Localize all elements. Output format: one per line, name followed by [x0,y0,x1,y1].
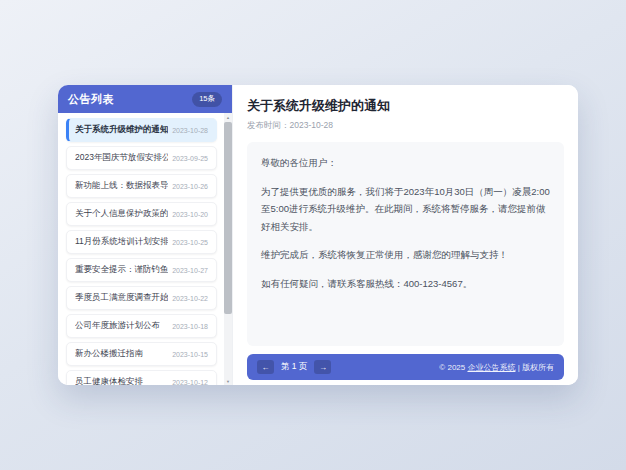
announcement-detail-panel: 关于系统升级维护的通知 发布时间：2023-10-28 尊敬的各位用户： 为了提… [233,85,578,385]
announcement-item-date: 2023-10-28 [172,127,208,134]
announcement-item-date: 2023-10-20 [172,211,208,218]
announcement-item-date: 2023-10-25 [172,239,208,246]
announcement-list-item[interactable]: 新功能上线：数据报表导出 2023-10-26 [66,174,217,198]
announcement-list-item[interactable]: 重要安全提示：谨防钓鱼邮件 2023-10-27 [66,258,217,282]
announcement-item-title: 新功能上线：数据报表导出 [75,180,168,192]
announcement-item-title: 重要安全提示：谨防钓鱼邮件 [75,264,168,276]
announcement-list-item[interactable]: 11月份系统培训计划安排 2023-10-25 [66,230,217,254]
sidebar: 公告列表 15条 关于系统升级维护的通知 2023-10-28 2023年国庆节… [58,85,233,385]
scrollbar-up-arrow-icon[interactable]: ▲ [226,113,230,121]
announcement-body: 尊敬的各位用户： 为了提供更优质的服务，我们将于2023年10月30日（周一）凌… [247,142,564,346]
footer-bar: ← 第 1 页 → © 2025 企业公告系统 | 版权所有 [247,354,564,380]
publish-time-value: 2023-10-28 [290,120,333,130]
copyright-suffix: | 版权所有 [515,363,554,372]
announcement-list-item[interactable]: 2023年国庆节放假安排公告 2023-09-25 [66,146,217,170]
announcement-count-badge: 15条 [192,92,222,107]
scrollbar-down-arrow-icon[interactable]: ▼ [226,377,230,385]
right-arrow-icon: → [319,363,327,372]
announcement-list-item[interactable]: 季度员工满意度调查开始 2023-10-22 [66,286,217,310]
scrollbar-thumb[interactable] [224,122,232,314]
announcement-item-title: 公司年度旅游计划公布 [75,320,160,332]
page-background: 公告列表 15条 关于系统升级维护的通知 2023-10-28 2023年国庆节… [0,0,626,470]
announcement-item-title: 关于系统升级维护的通知 [75,124,168,136]
announcement-item-date: 2023-10-18 [172,323,208,330]
copyright-year: © 2025 [439,363,467,372]
announcement-list-item[interactable]: 关于个人信息保护政策的更新 2023-10-20 [66,202,217,226]
announcement-item-date: 2023-10-26 [172,183,208,190]
publish-time: 发布时间：2023-10-28 [247,120,564,132]
announcement-list-item[interactable]: 关于系统升级维护的通知 2023-10-28 [66,118,217,142]
announcement-list-item[interactable]: 新办公楼搬迁指南 2023-10-15 [66,342,217,366]
announcement-item-date: 2023-09-25 [172,155,208,162]
copyright: © 2025 企业公告系统 | 版权所有 [439,362,554,373]
announcement-app-card: 公告列表 15条 关于系统升级维护的通知 2023-10-28 2023年国庆节… [58,85,578,385]
page-indicator: 第 1 页 [281,361,307,373]
announcement-paragraph: 如有任何疑问，请联系客服热线：400-123-4567。 [261,275,550,293]
announcement-list-item[interactable]: 公司年度旅游计划公布 2023-10-18 [66,314,217,338]
sidebar-title: 公告列表 [68,92,114,107]
announcement-item-title: 季度员工满意度调查开始 [75,292,168,304]
announcement-title: 关于系统升级维护的通知 [247,97,564,115]
copyright-app-name-link[interactable]: 企业公告系统 [467,363,515,372]
announcement-item-title: 关于个人信息保护政策的更新 [75,208,168,220]
sidebar-header: 公告列表 15条 [58,85,232,113]
announcement-paragraph: 为了提供更优质的服务，我们将于2023年10月30日（周一）凌晨2:00至5:0… [261,183,550,236]
publish-time-label: 发布时间： [247,120,290,130]
prev-page-button[interactable]: ← [257,360,274,374]
announcement-list-item[interactable]: 员工健康体检安排 2023-10-12 [66,370,217,385]
announcement-item-date: 2023-10-12 [172,379,208,386]
next-page-button[interactable]: → [314,360,331,374]
announcement-item-title: 新办公楼搬迁指南 [75,348,143,360]
announcement-item-date: 2023-10-22 [172,295,208,302]
announcement-item-title: 11月份系统培训计划安排 [75,236,168,248]
announcement-item-date: 2023-10-15 [172,351,208,358]
announcement-paragraph: 维护完成后，系统将恢复正常使用，感谢您的理解与支持！ [261,246,550,264]
announcement-list-container: 关于系统升级维护的通知 2023-10-28 2023年国庆节放假安排公告 20… [58,113,232,385]
left-arrow-icon: ← [262,363,270,372]
sidebar-scrollbar[interactable]: ▲ ▼ [224,113,232,385]
announcement-item-title: 员工健康体检安排 [75,376,143,385]
pagination: ← 第 1 页 → [257,360,331,374]
announcement-list: 关于系统升级维护的通知 2023-10-28 2023年国庆节放假安排公告 20… [58,113,224,385]
announcement-item-date: 2023-10-27 [172,267,208,274]
announcement-item-title: 2023年国庆节放假安排公告 [75,152,168,164]
announcement-paragraph: 尊敬的各位用户： [261,154,550,172]
